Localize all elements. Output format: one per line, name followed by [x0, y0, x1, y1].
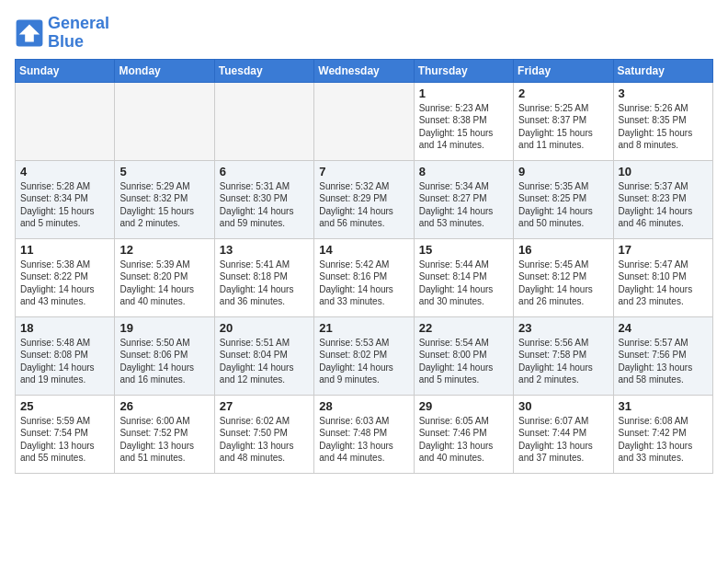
calendar-cell: 11Sunrise: 5:38 AM Sunset: 8:22 PM Dayli… [16, 238, 115, 316]
weekday-header-saturday: Saturday [613, 59, 712, 82]
calendar-cell: 8Sunrise: 5:34 AM Sunset: 8:27 PM Daylig… [414, 160, 513, 238]
day-info: Sunrise: 5:57 AM Sunset: 7:56 PM Dayligh… [619, 337, 708, 386]
day-number: 21 [319, 321, 408, 335]
calendar-cell: 22Sunrise: 5:54 AM Sunset: 8:00 PM Dayli… [414, 316, 513, 395]
weekday-header-monday: Monday [115, 59, 214, 82]
day-number: 16 [518, 243, 608, 257]
calendar-cell: 10Sunrise: 5:37 AM Sunset: 8:23 PM Dayli… [613, 160, 712, 238]
day-number: 25 [20, 399, 109, 413]
day-info: Sunrise: 5:31 AM Sunset: 8:30 PM Dayligh… [220, 180, 309, 230]
day-info: Sunrise: 6:03 AM Sunset: 7:48 PM Dayligh… [319, 415, 408, 465]
calendar-cell: 25Sunrise: 5:59 AM Sunset: 7:54 PM Dayli… [16, 395, 115, 473]
day-info: Sunrise: 5:44 AM Sunset: 8:14 PM Dayligh… [419, 259, 508, 308]
day-number: 26 [119, 399, 209, 413]
day-info: Sunrise: 5:34 AM Sunset: 8:27 PM Dayligh… [419, 180, 508, 230]
day-info: Sunrise: 5:39 AM Sunset: 8:20 PM Dayligh… [119, 259, 209, 308]
calendar-cell: 3Sunrise: 5:26 AM Sunset: 8:35 PM Daylig… [613, 82, 712, 160]
day-number: 24 [619, 321, 708, 335]
day-info: Sunrise: 5:26 AM Sunset: 8:35 PM Dayligh… [619, 102, 708, 152]
calendar-cell: 28Sunrise: 6:03 AM Sunset: 7:48 PM Dayli… [314, 395, 414, 473]
day-info: Sunrise: 5:35 AM Sunset: 8:25 PM Dayligh… [518, 180, 608, 230]
day-number: 5 [119, 165, 209, 178]
calendar-cell: 20Sunrise: 5:51 AM Sunset: 8:04 PM Dayli… [214, 316, 313, 395]
day-number: 30 [518, 399, 608, 413]
calendar-cell: 16Sunrise: 5:45 AM Sunset: 8:12 PM Dayli… [514, 238, 613, 316]
day-number: 3 [619, 86, 708, 100]
day-number: 7 [319, 165, 408, 178]
day-number: 28 [319, 399, 408, 413]
day-info: Sunrise: 5:51 AM Sunset: 8:04 PM Dayligh… [220, 337, 309, 386]
day-info: Sunrise: 5:42 AM Sunset: 8:16 PM Dayligh… [319, 259, 408, 308]
calendar-cell: 5Sunrise: 5:29 AM Sunset: 8:32 PM Daylig… [115, 160, 214, 238]
logo-text: General Blue [48, 15, 109, 52]
calendar-table: SundayMondayTuesdayWednesdayThursdayFrid… [15, 59, 713, 474]
day-info: Sunrise: 5:56 AM Sunset: 7:58 PM Dayligh… [518, 337, 608, 386]
weekday-header-sunday: Sunday [16, 59, 115, 82]
calendar-cell: 6Sunrise: 5:31 AM Sunset: 8:30 PM Daylig… [214, 160, 313, 238]
day-info: Sunrise: 5:32 AM Sunset: 8:29 PM Dayligh… [319, 180, 408, 230]
day-number: 11 [20, 243, 109, 257]
day-info: Sunrise: 5:37 AM Sunset: 8:23 PM Dayligh… [619, 180, 708, 230]
day-number: 14 [319, 243, 408, 257]
day-number: 15 [419, 243, 508, 257]
day-info: Sunrise: 6:08 AM Sunset: 7:42 PM Dayligh… [619, 415, 708, 465]
day-info: Sunrise: 5:53 AM Sunset: 8:02 PM Dayligh… [319, 337, 408, 386]
day-number: 29 [419, 399, 508, 413]
day-info: Sunrise: 5:25 AM Sunset: 8:37 PM Dayligh… [518, 102, 608, 152]
day-number: 27 [220, 399, 309, 413]
calendar-cell: 4Sunrise: 5:28 AM Sunset: 8:34 PM Daylig… [16, 160, 115, 238]
weekday-header-friday: Friday [514, 59, 613, 82]
calendar-cell: 23Sunrise: 5:56 AM Sunset: 7:58 PM Dayli… [514, 316, 613, 395]
calendar-week-row: 18Sunrise: 5:48 AM Sunset: 8:08 PM Dayli… [16, 316, 713, 395]
day-number: 1 [419, 86, 508, 100]
weekday-header-wednesday: Wednesday [314, 59, 414, 82]
day-number: 18 [20, 321, 109, 335]
calendar-week-row: 1Sunrise: 5:23 AM Sunset: 8:38 PM Daylig… [16, 82, 713, 160]
day-number: 19 [119, 321, 209, 335]
calendar-cell: 31Sunrise: 6:08 AM Sunset: 7:42 PM Dayli… [613, 395, 712, 473]
calendar-cell: 1Sunrise: 5:23 AM Sunset: 8:38 PM Daylig… [414, 82, 513, 160]
page-header: General Blue [15, 15, 713, 52]
day-number: 4 [20, 165, 109, 178]
calendar-cell [214, 82, 313, 160]
calendar-cell: 26Sunrise: 6:00 AM Sunset: 7:52 PM Dayli… [115, 395, 214, 473]
day-number: 8 [419, 165, 508, 178]
calendar-week-row: 4Sunrise: 5:28 AM Sunset: 8:34 PM Daylig… [16, 160, 713, 238]
day-number: 12 [119, 243, 209, 257]
day-number: 23 [518, 321, 608, 335]
day-info: Sunrise: 6:00 AM Sunset: 7:52 PM Dayligh… [119, 415, 209, 465]
day-info: Sunrise: 5:28 AM Sunset: 8:34 PM Dayligh… [20, 180, 109, 230]
day-info: Sunrise: 5:23 AM Sunset: 8:38 PM Dayligh… [419, 102, 508, 152]
weekday-header-tuesday: Tuesday [214, 59, 313, 82]
calendar-cell [16, 82, 115, 160]
calendar-cell: 27Sunrise: 6:02 AM Sunset: 7:50 PM Dayli… [214, 395, 313, 473]
day-number: 22 [419, 321, 508, 335]
day-number: 17 [619, 243, 708, 257]
day-info: Sunrise: 5:45 AM Sunset: 8:12 PM Dayligh… [518, 259, 608, 308]
calendar-cell: 21Sunrise: 5:53 AM Sunset: 8:02 PM Dayli… [314, 316, 414, 395]
day-number: 6 [220, 165, 309, 178]
calendar-body: 1Sunrise: 5:23 AM Sunset: 8:38 PM Daylig… [16, 82, 713, 473]
day-info: Sunrise: 5:48 AM Sunset: 8:08 PM Dayligh… [20, 337, 109, 386]
calendar-week-row: 25Sunrise: 5:59 AM Sunset: 7:54 PM Dayli… [16, 395, 713, 473]
calendar-cell: 14Sunrise: 5:42 AM Sunset: 8:16 PM Dayli… [314, 238, 414, 316]
calendar-header-row: SundayMondayTuesdayWednesdayThursdayFrid… [16, 59, 713, 82]
day-info: Sunrise: 5:54 AM Sunset: 8:00 PM Dayligh… [419, 337, 508, 386]
calendar-cell: 29Sunrise: 6:05 AM Sunset: 7:46 PM Dayli… [414, 395, 513, 473]
calendar-cell: 18Sunrise: 5:48 AM Sunset: 8:08 PM Dayli… [16, 316, 115, 395]
day-info: Sunrise: 5:59 AM Sunset: 7:54 PM Dayligh… [20, 415, 109, 465]
day-number: 31 [619, 399, 708, 413]
day-number: 20 [220, 321, 309, 335]
day-info: Sunrise: 6:07 AM Sunset: 7:44 PM Dayligh… [518, 415, 608, 465]
day-info: Sunrise: 5:50 AM Sunset: 8:06 PM Dayligh… [119, 337, 209, 386]
day-number: 13 [220, 243, 309, 257]
day-number: 9 [518, 165, 608, 178]
day-info: Sunrise: 6:05 AM Sunset: 7:46 PM Dayligh… [419, 415, 508, 465]
calendar-cell: 12Sunrise: 5:39 AM Sunset: 8:20 PM Dayli… [115, 238, 214, 316]
day-info: Sunrise: 5:29 AM Sunset: 8:32 PM Dayligh… [119, 180, 209, 230]
calendar-cell [115, 82, 214, 160]
day-number: 2 [518, 86, 608, 100]
day-info: Sunrise: 5:38 AM Sunset: 8:22 PM Dayligh… [20, 259, 109, 308]
logo-icon [15, 18, 44, 48]
calendar-cell: 15Sunrise: 5:44 AM Sunset: 8:14 PM Dayli… [414, 238, 513, 316]
